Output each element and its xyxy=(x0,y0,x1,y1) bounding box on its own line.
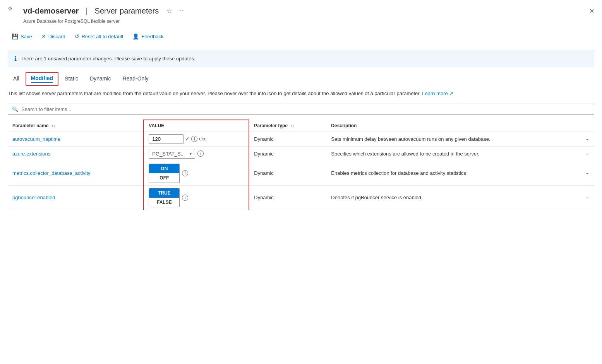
feedback-button[interactable]: 👤 Feedback xyxy=(129,31,167,42)
dropdown-value-group: PG_STAT_S... ▾ i xyxy=(149,149,244,159)
row-more-icon[interactable]: ··· xyxy=(585,151,590,157)
param-name-link[interactable]: metrics.collector_database_activity xyxy=(12,170,91,176)
table-header-row: Parameter name ↑↓ VALUE Parameter type ↑… xyxy=(8,120,594,132)
table-row: metrics.collector_database_activity ON O… xyxy=(8,161,594,185)
col-value-label: VALUE xyxy=(149,123,164,128)
col-name-label: Parameter name xyxy=(12,123,48,128)
param-type-cell: Dynamic xyxy=(249,146,326,161)
toolbar: 💾 Save ✕ Discard ↺ Reset all to default … xyxy=(0,28,602,45)
save-icon: 💾 xyxy=(12,33,18,39)
close-icon[interactable]: ✕ xyxy=(589,7,594,15)
gear-icon: ⚙ xyxy=(8,5,19,16)
param-name-cell: autovacuum_naptime xyxy=(8,132,144,146)
favorite-icon[interactable]: ☆ xyxy=(166,7,172,15)
sort-name-icon[interactable]: ↑↓ xyxy=(51,124,55,128)
extensions-dropdown[interactable]: PG_STAT_S... ▾ xyxy=(149,149,195,159)
value-input-field[interactable] xyxy=(149,134,184,144)
value-cell-dropdown: PG_STAT_S... ▾ i xyxy=(144,146,249,161)
description-cell: Specifies which extensions are allowed t… xyxy=(326,146,594,161)
header-divider: | xyxy=(86,7,87,15)
search-box: 🔍 xyxy=(8,104,594,115)
description-text: This list shows server parameters that a… xyxy=(0,86,602,104)
parameters-table: Parameter name ↑↓ VALUE Parameter type ↑… xyxy=(8,120,594,210)
true-false-toggle: TRUE FALSE xyxy=(149,188,180,207)
table-container: Parameter name ↑↓ VALUE Parameter type ↑… xyxy=(8,120,594,210)
save-button[interactable]: 💾 Save xyxy=(8,31,36,42)
col-header-name: Parameter name ↑↓ xyxy=(8,120,144,132)
param-name-cell: azure.extensions xyxy=(8,146,144,161)
discard-label: Discard xyxy=(48,34,65,39)
feedback-icon: 👤 xyxy=(132,33,139,39)
param-type-cell: Dynamic xyxy=(249,161,326,185)
description-cell: Sets minimum delay between autovacuum ru… xyxy=(326,132,594,146)
info-banner: ℹ There are 1 unsaved parameter changes.… xyxy=(8,50,594,67)
toggle-on-option[interactable]: ON xyxy=(149,164,179,173)
param-name-cell: pgbouncer.enabled xyxy=(8,185,144,210)
col-type-label: Parameter type xyxy=(254,123,288,128)
table-row: azure.extensions PG_STAT_S... ▾ i Dynami… xyxy=(8,146,594,161)
search-icon: 🔍 xyxy=(12,106,18,112)
discard-icon: ✕ xyxy=(41,33,46,39)
server-name: vd-demoserver xyxy=(23,7,79,15)
value-cell-toggle-on-off: ON OFF i xyxy=(144,161,249,185)
param-name-cell: metrics.collector_database_activity xyxy=(8,161,144,185)
col-desc-label: Description xyxy=(331,123,357,128)
partial-label: eco xyxy=(199,136,206,142)
search-input[interactable] xyxy=(21,106,590,112)
table-row: pgbouncer.enabled TRUE FALSE i Dynamic D… xyxy=(8,185,594,210)
learn-more-link[interactable]: Learn more ↗ xyxy=(422,91,453,96)
page-header: ⚙ vd-demoserver | Server parameters ☆ ··… xyxy=(0,0,602,19)
row-more-icon[interactable]: ··· xyxy=(585,195,590,200)
info-button[interactable]: i xyxy=(191,136,197,142)
description-cell: Enables metrics collection for database … xyxy=(326,161,594,185)
info-button[interactable]: i xyxy=(197,150,204,157)
description-cell: Denotes if pgBouncer service is enabled.… xyxy=(326,185,594,210)
reset-button[interactable]: ↺ Reset all to default xyxy=(71,31,127,42)
banner-text: There are 1 unsaved parameter changes. P… xyxy=(21,56,196,62)
toggle-true-false-group: TRUE FALSE i xyxy=(149,188,244,207)
reset-icon: ↺ xyxy=(75,33,79,39)
discard-button[interactable]: ✕ Discard xyxy=(38,31,69,42)
tab-modified[interactable]: Modified xyxy=(26,72,59,86)
value-cell-toggle-true-false: TRUE FALSE i xyxy=(144,185,249,210)
reset-label: Reset all to default xyxy=(82,34,123,39)
row-more-icon[interactable]: ··· xyxy=(585,170,590,176)
check-icon: ✓ xyxy=(185,136,190,142)
on-off-toggle: ON OFF xyxy=(149,164,180,183)
param-type-cell: Dynamic xyxy=(249,132,326,146)
tab-static[interactable]: Static xyxy=(59,72,84,85)
param-name-link[interactable]: autovacuum_naptime xyxy=(12,136,60,142)
tab-all[interactable]: All xyxy=(8,72,25,85)
feedback-label: Feedback xyxy=(141,34,163,39)
param-type-cell: Dynamic xyxy=(249,185,326,210)
toggle-off-option[interactable]: OFF xyxy=(149,173,179,183)
table-row: autovacuum_naptime ✓ i eco Dynamic Sets … xyxy=(8,132,594,146)
page-title: Server parameters xyxy=(95,7,159,15)
search-container: 🔍 xyxy=(8,104,594,115)
param-name-link[interactable]: azure.extensions xyxy=(12,151,50,157)
row-more-icon[interactable]: ··· xyxy=(585,136,590,142)
tabs-container: All Modified Static Dynamic Read-Only xyxy=(0,72,602,86)
info-icon: ℹ xyxy=(14,55,17,62)
info-button[interactable]: i xyxy=(182,170,188,176)
col-header-description: Description xyxy=(326,120,594,132)
input-value-group: ✓ i eco xyxy=(149,134,244,144)
value-cell-input: ✓ i eco xyxy=(144,132,249,146)
toggle-on-off-group: ON OFF i xyxy=(149,164,244,183)
description-body: This list shows server parameters that a… xyxy=(8,91,421,96)
dropdown-arrow-icon: ▾ xyxy=(190,152,192,156)
col-header-value: VALUE xyxy=(144,120,249,132)
learn-more-text: Learn more xyxy=(422,91,448,96)
more-options-icon[interactable]: ··· xyxy=(178,7,183,14)
sort-type-icon[interactable]: ↑↓ xyxy=(290,124,294,128)
page-subtitle: Azure Database for PostgreSQL flexible s… xyxy=(0,19,602,28)
info-button[interactable]: i xyxy=(182,195,188,201)
toggle-false-option[interactable]: FALSE xyxy=(149,198,179,207)
tab-dynamic[interactable]: Dynamic xyxy=(84,72,116,85)
dropdown-value: PG_STAT_S... xyxy=(152,151,185,157)
toggle-true-option[interactable]: TRUE xyxy=(149,188,179,198)
save-label: Save xyxy=(21,34,32,39)
col-header-type: Parameter type ↑↓ xyxy=(249,120,326,132)
tab-readonly[interactable]: Read-Only xyxy=(117,72,154,85)
param-name-link[interactable]: pgbouncer.enabled xyxy=(12,195,55,200)
